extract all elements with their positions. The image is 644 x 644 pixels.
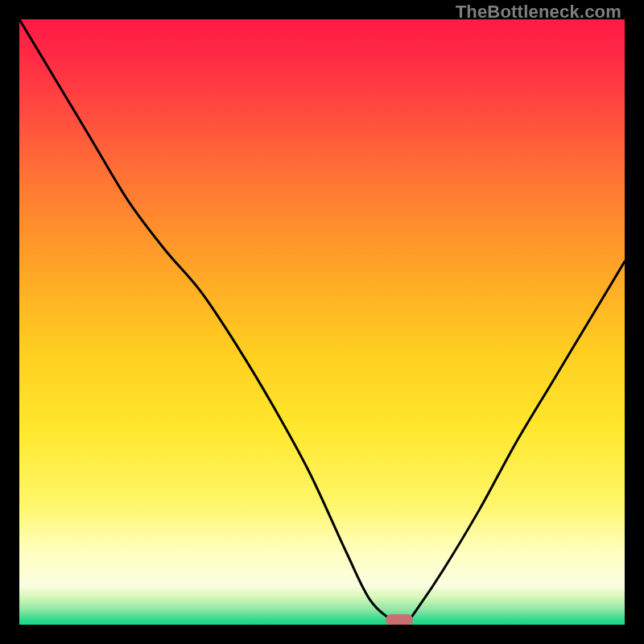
chart-svg — [19, 19, 625, 625]
chart-frame: TheBottleneck.com — [0, 0, 644, 644]
watermark-label: TheBottleneck.com — [456, 2, 621, 23]
highlight-marker — [386, 614, 413, 625]
gradient-background — [19, 19, 625, 625]
plot-area — [19, 19, 625, 625]
